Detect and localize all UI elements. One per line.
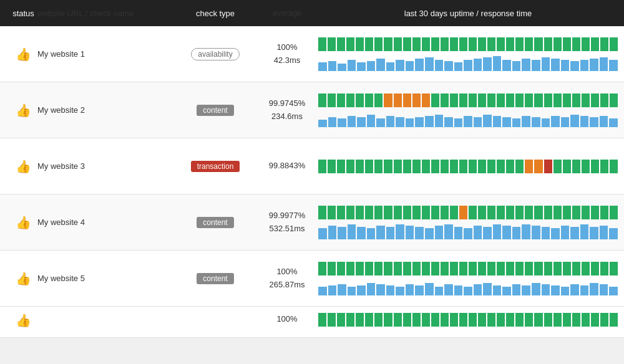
uptime-bar — [328, 93, 336, 107]
badge-content[interactable]: content — [197, 217, 233, 228]
uptime-bar — [497, 313, 505, 327]
uptime-bar — [563, 313, 571, 327]
uptime-bar — [346, 160, 354, 173]
uptime-bar — [506, 160, 514, 173]
uptime-bar — [506, 93, 514, 107]
response-bar — [376, 59, 385, 71]
uptime-bar — [497, 160, 505, 173]
uptime-bar — [544, 37, 552, 51]
uptime-bar — [534, 206, 542, 219]
uptime-bar — [563, 160, 571, 173]
response-bar — [551, 228, 560, 239]
uptime-bar — [525, 313, 533, 327]
response-bar — [474, 284, 482, 295]
response-bar — [570, 284, 579, 295]
uptime-bar — [356, 262, 364, 275]
row-type-2: content — [175, 105, 256, 116]
uptime-bar — [412, 93, 421, 107]
uptime-bar — [318, 160, 326, 173]
uptime-bar — [459, 206, 467, 219]
uptime-bar — [469, 160, 477, 173]
header-type: check type — [175, 9, 256, 18]
uptime-bar — [459, 160, 467, 173]
response-bar — [357, 285, 366, 295]
response-bar — [444, 61, 453, 71]
uptime-bar — [478, 93, 486, 107]
thumbs-up-icon: 👍 — [16, 159, 31, 174]
uptime-bar — [394, 160, 402, 173]
uptime-bar — [318, 37, 326, 51]
badge-content[interactable]: content — [197, 105, 233, 116]
uptime-bar — [600, 262, 608, 275]
response-bar — [376, 118, 385, 127]
uptime-bar — [384, 262, 392, 275]
uptime-bar — [572, 206, 580, 219]
response-bar — [318, 287, 327, 295]
uptime-bar — [572, 93, 580, 107]
uptime-bar — [515, 206, 524, 219]
uptime-bar — [515, 262, 524, 275]
status-icon-2: 👍 — [0, 103, 37, 118]
response-bar — [609, 60, 618, 71]
row-type-5: content — [175, 273, 256, 284]
uptime-bar — [441, 93, 449, 107]
uptime-bar — [384, 37, 392, 51]
uptime-bar — [478, 37, 486, 51]
response-bar — [318, 62, 327, 71]
uptime-bar — [610, 93, 618, 107]
response-bar — [425, 228, 434, 239]
uptime-bar — [431, 37, 439, 51]
uptime-bar — [374, 93, 383, 107]
uptime-bar — [356, 313, 364, 327]
uptime-bar — [515, 160, 524, 173]
row-chart-4 — [318, 206, 624, 239]
response-bar — [522, 224, 530, 239]
status-icon-5: 👍 — [0, 271, 37, 286]
response-bar — [493, 224, 502, 239]
uptime-bar — [365, 313, 373, 327]
uptime-bar — [610, 160, 618, 173]
response-bar — [464, 228, 472, 239]
uptime-bar — [337, 262, 345, 275]
response-bar — [561, 226, 570, 239]
uptime-bar — [450, 206, 458, 219]
response-bar — [522, 59, 530, 71]
table-body: 👍My website 1availability100%42.3ms👍My w… — [0, 26, 624, 307]
response-bar — [542, 284, 550, 295]
uptime-bar — [534, 262, 542, 275]
uptime-bar — [394, 37, 402, 51]
uptime-bar — [384, 313, 392, 327]
uptime-bar — [318, 206, 326, 219]
uptime-bar — [384, 93, 392, 107]
uptime-bar — [553, 262, 562, 275]
uptime-bar — [610, 37, 618, 51]
response-bar — [483, 57, 492, 71]
badge-transaction[interactable]: transaction — [191, 161, 240, 172]
response-bar — [580, 285, 589, 295]
badge-availability[interactable]: availability — [191, 48, 239, 60]
uptime-bar — [412, 313, 421, 327]
status-icon-3: 👍 — [0, 159, 37, 174]
badge-content[interactable]: content — [197, 273, 233, 284]
uptime-bar — [374, 37, 383, 51]
uptime-bar — [534, 160, 542, 173]
response-bar — [590, 59, 598, 71]
table-row-partial: 👍 100% — [0, 307, 624, 338]
uptime-bar — [346, 206, 354, 219]
uptime-bar — [582, 93, 590, 107]
uptime-bar — [431, 206, 439, 219]
uptime-bar — [497, 93, 505, 107]
uptime-bar — [600, 313, 608, 327]
thumbs-up-icon: 👍 — [16, 313, 31, 328]
uptime-bar — [478, 313, 486, 327]
row-name-1: My website 1 — [37, 49, 175, 59]
uptime-chart-1 — [318, 37, 618, 51]
response-bar — [396, 224, 404, 239]
uptime-bar — [506, 262, 514, 275]
uptime-bar — [553, 93, 562, 107]
response-bar — [532, 283, 540, 295]
response-bar — [609, 287, 618, 295]
uptime-bar — [328, 37, 336, 51]
uptime-bar — [487, 160, 495, 173]
uptime-bar — [525, 262, 533, 275]
